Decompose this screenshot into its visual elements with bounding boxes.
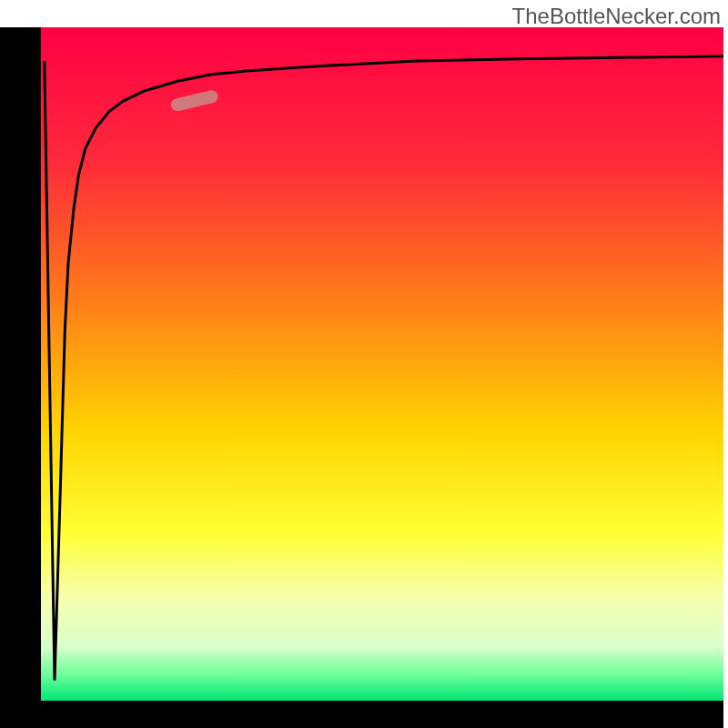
axis-frame-bottom (0, 701, 723, 728)
bottleneck-chart (0, 0, 728, 728)
axis-frame-left (0, 27, 41, 728)
curve-marker (177, 96, 212, 105)
chart-container: TheBottleNecker.com (0, 0, 728, 728)
watermark-label: TheBottleNecker.com (512, 4, 721, 29)
plot-gradient-background (41, 27, 723, 701)
